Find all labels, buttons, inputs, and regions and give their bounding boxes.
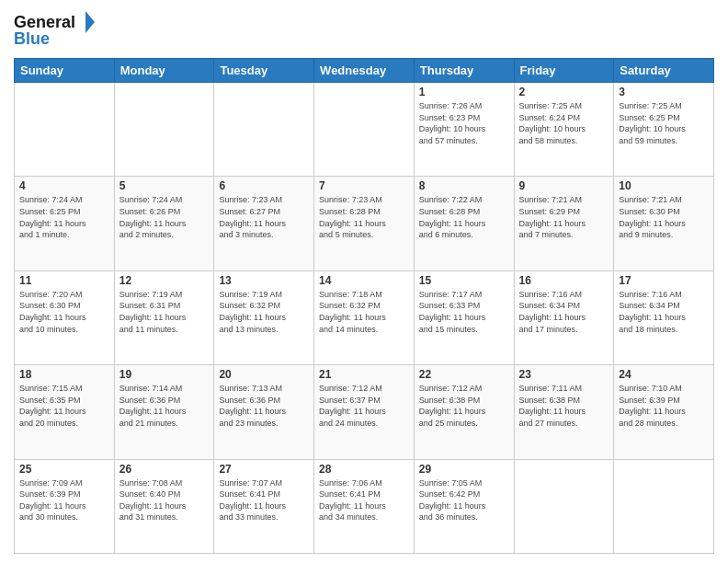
calendar-cell: 21Sunrise: 7:12 AM Sunset: 6:37 PM Dayli… <box>314 365 415 459</box>
day-number: 15 <box>419 274 509 287</box>
day-info: Sunrise: 7:05 AM Sunset: 6:42 PM Dayligh… <box>419 477 509 523</box>
day-number: 13 <box>219 274 309 287</box>
weekday-header-friday: Friday <box>514 59 614 83</box>
page: General Blue SundayMondayTuesdayWednesda… <box>0 0 728 563</box>
day-info: Sunrise: 7:26 AM Sunset: 6:23 PM Dayligh… <box>419 100 509 146</box>
day-info: Sunrise: 7:18 AM Sunset: 6:32 PM Dayligh… <box>319 289 409 335</box>
calendar-cell <box>614 459 714 553</box>
weekday-header-row: SundayMondayTuesdayWednesdayThursdayFrid… <box>15 59 714 83</box>
calendar-cell: 8Sunrise: 7:22 AM Sunset: 6:28 PM Daylig… <box>414 177 514 270</box>
weekday-header-tuesday: Tuesday <box>214 59 314 83</box>
calendar-table: SundayMondayTuesdayWednesdayThursdayFrid… <box>14 58 714 554</box>
day-number: 26 <box>119 463 210 476</box>
day-info: Sunrise: 7:13 AM Sunset: 6:36 PM Dayligh… <box>219 383 309 429</box>
day-number: 1 <box>419 86 509 98</box>
day-info: Sunrise: 7:06 AM Sunset: 6:41 PM Dayligh… <box>319 477 409 523</box>
day-number: 14 <box>319 274 409 287</box>
day-number: 28 <box>319 463 409 476</box>
day-info: Sunrise: 7:23 AM Sunset: 6:27 PM Dayligh… <box>219 194 309 240</box>
calendar-cell: 17Sunrise: 7:16 AM Sunset: 6:34 PM Dayli… <box>614 270 714 364</box>
day-number: 29 <box>419 463 509 476</box>
calendar-week-1: 1Sunrise: 7:26 AM Sunset: 6:23 PM Daylig… <box>15 83 714 177</box>
calendar-cell: 15Sunrise: 7:17 AM Sunset: 6:33 PM Dayli… <box>414 270 514 364</box>
day-info: Sunrise: 7:16 AM Sunset: 6:34 PM Dayligh… <box>619 289 709 335</box>
day-number: 11 <box>19 274 109 287</box>
day-info: Sunrise: 7:22 AM Sunset: 6:28 PM Dayligh… <box>419 194 509 240</box>
day-number: 23 <box>519 368 609 381</box>
calendar-cell <box>514 459 614 553</box>
header: General Blue <box>14 9 714 51</box>
calendar-cell: 7Sunrise: 7:23 AM Sunset: 6:28 PM Daylig… <box>314 177 415 270</box>
calendar-cell: 14Sunrise: 7:18 AM Sunset: 6:32 PM Dayli… <box>314 270 415 364</box>
calendar-cell: 13Sunrise: 7:19 AM Sunset: 6:32 PM Dayli… <box>214 270 314 364</box>
logo: General Blue <box>14 9 97 51</box>
day-info: Sunrise: 7:07 AM Sunset: 6:41 PM Dayligh… <box>219 477 309 523</box>
day-number: 19 <box>119 368 210 381</box>
day-info: Sunrise: 7:10 AM Sunset: 6:39 PM Dayligh… <box>619 383 709 429</box>
day-info: Sunrise: 7:24 AM Sunset: 6:26 PM Dayligh… <box>119 194 210 240</box>
calendar-cell: 4Sunrise: 7:24 AM Sunset: 6:25 PM Daylig… <box>15 177 115 270</box>
day-info: Sunrise: 7:20 AM Sunset: 6:30 PM Dayligh… <box>19 289 109 335</box>
calendar-cell: 19Sunrise: 7:14 AM Sunset: 6:36 PM Dayli… <box>114 365 214 459</box>
day-number: 4 <box>19 179 109 192</box>
day-number: 18 <box>19 368 109 381</box>
weekday-header-monday: Monday <box>114 59 214 83</box>
calendar-cell: 28Sunrise: 7:06 AM Sunset: 6:41 PM Dayli… <box>314 459 415 553</box>
calendar-week-2: 4Sunrise: 7:24 AM Sunset: 6:25 PM Daylig… <box>15 177 714 270</box>
calendar-cell: 27Sunrise: 7:07 AM Sunset: 6:41 PM Dayli… <box>214 459 314 553</box>
calendar-cell: 1Sunrise: 7:26 AM Sunset: 6:23 PM Daylig… <box>414 83 514 177</box>
day-info: Sunrise: 7:19 AM Sunset: 6:31 PM Dayligh… <box>119 289 210 335</box>
calendar-cell: 12Sunrise: 7:19 AM Sunset: 6:31 PM Dayli… <box>114 270 214 364</box>
day-info: Sunrise: 7:21 AM Sunset: 6:29 PM Dayligh… <box>519 194 609 240</box>
day-number: 21 <box>319 368 409 381</box>
day-number: 6 <box>219 179 309 192</box>
day-number: 12 <box>119 274 210 287</box>
calendar-cell: 23Sunrise: 7:11 AM Sunset: 6:38 PM Dayli… <box>514 365 614 459</box>
day-info: Sunrise: 7:19 AM Sunset: 6:32 PM Dayligh… <box>219 289 309 335</box>
day-number: 7 <box>319 179 409 192</box>
calendar-cell: 2Sunrise: 7:25 AM Sunset: 6:24 PM Daylig… <box>514 83 614 177</box>
calendar-cell <box>15 83 115 177</box>
day-number: 22 <box>419 368 509 381</box>
calendar-cell: 16Sunrise: 7:16 AM Sunset: 6:34 PM Dayli… <box>514 270 614 364</box>
day-number: 9 <box>519 179 609 192</box>
calendar-cell: 25Sunrise: 7:09 AM Sunset: 6:39 PM Dayli… <box>15 459 115 553</box>
calendar-cell <box>314 83 415 177</box>
calendar-week-3: 11Sunrise: 7:20 AM Sunset: 6:30 PM Dayli… <box>15 270 714 364</box>
day-info: Sunrise: 7:08 AM Sunset: 6:40 PM Dayligh… <box>119 477 210 523</box>
calendar-cell: 26Sunrise: 7:08 AM Sunset: 6:40 PM Dayli… <box>114 459 214 553</box>
calendar-cell: 3Sunrise: 7:25 AM Sunset: 6:25 PM Daylig… <box>614 83 714 177</box>
calendar-cell: 20Sunrise: 7:13 AM Sunset: 6:36 PM Dayli… <box>214 365 314 459</box>
calendar-cell: 24Sunrise: 7:10 AM Sunset: 6:39 PM Dayli… <box>614 365 714 459</box>
calendar-cell: 5Sunrise: 7:24 AM Sunset: 6:26 PM Daylig… <box>114 177 214 270</box>
calendar-cell: 10Sunrise: 7:21 AM Sunset: 6:30 PM Dayli… <box>614 177 714 270</box>
logo-svg: General Blue <box>14 9 97 51</box>
svg-marker-2 <box>85 11 95 33</box>
day-info: Sunrise: 7:25 AM Sunset: 6:24 PM Dayligh… <box>519 100 609 146</box>
weekday-header-wednesday: Wednesday <box>314 59 415 83</box>
calendar-cell: 18Sunrise: 7:15 AM Sunset: 6:35 PM Dayli… <box>15 365 115 459</box>
calendar-cell: 11Sunrise: 7:20 AM Sunset: 6:30 PM Dayli… <box>15 270 115 364</box>
day-number: 20 <box>219 368 309 381</box>
day-number: 8 <box>419 179 509 192</box>
day-info: Sunrise: 7:17 AM Sunset: 6:33 PM Dayligh… <box>419 289 509 335</box>
calendar-cell <box>214 83 314 177</box>
day-number: 24 <box>619 368 709 381</box>
day-number: 10 <box>619 179 709 192</box>
day-number: 17 <box>619 274 709 287</box>
day-info: Sunrise: 7:21 AM Sunset: 6:30 PM Dayligh… <box>619 194 709 240</box>
day-number: 3 <box>619 86 709 98</box>
day-info: Sunrise: 7:23 AM Sunset: 6:28 PM Dayligh… <box>319 194 409 240</box>
day-info: Sunrise: 7:11 AM Sunset: 6:38 PM Dayligh… <box>519 383 609 429</box>
day-info: Sunrise: 7:12 AM Sunset: 6:38 PM Dayligh… <box>419 383 509 429</box>
calendar-cell <box>114 83 214 177</box>
calendar-cell: 9Sunrise: 7:21 AM Sunset: 6:29 PM Daylig… <box>514 177 614 270</box>
weekday-header-saturday: Saturday <box>614 59 714 83</box>
day-info: Sunrise: 7:14 AM Sunset: 6:36 PM Dayligh… <box>119 383 210 429</box>
calendar-cell: 22Sunrise: 7:12 AM Sunset: 6:38 PM Dayli… <box>414 365 514 459</box>
calendar-cell: 29Sunrise: 7:05 AM Sunset: 6:42 PM Dayli… <box>414 459 514 553</box>
day-info: Sunrise: 7:15 AM Sunset: 6:35 PM Dayligh… <box>19 383 109 429</box>
weekday-header-thursday: Thursday <box>414 59 514 83</box>
day-info: Sunrise: 7:16 AM Sunset: 6:34 PM Dayligh… <box>519 289 609 335</box>
day-info: Sunrise: 7:25 AM Sunset: 6:25 PM Dayligh… <box>619 100 709 146</box>
